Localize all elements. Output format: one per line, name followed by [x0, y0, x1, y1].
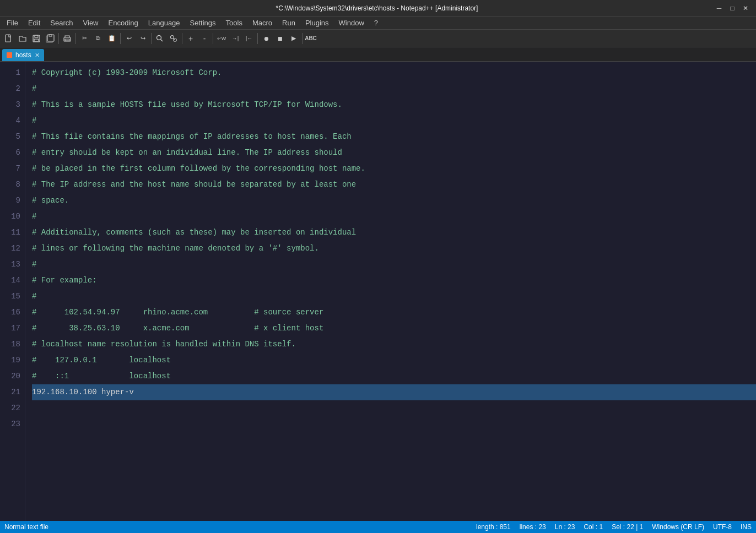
line-number-8: 8: [3, 177, 20, 193]
line-number-19: 19: [3, 352, 20, 368]
toolbar-redo[interactable]: ↪: [136, 32, 149, 45]
toolbar-replace[interactable]: [167, 32, 180, 45]
svg-rect-3: [34, 39, 39, 41]
title-bar-controls[interactable]: ─ □ ✕: [713, 2, 752, 14]
svg-rect-0: [6, 35, 10, 42]
menu-item-?[interactable]: ?: [370, 18, 382, 28]
line-number-4: 4: [3, 113, 20, 129]
status-lines: lines : 23: [520, 523, 546, 531]
tab-icon: [7, 52, 12, 58]
toolbar-sep-4: [151, 33, 152, 44]
menu-item-macro[interactable]: Macro: [248, 18, 277, 28]
svg-rect-8: [65, 39, 69, 41]
menu-item-encoding[interactable]: Encoding: [104, 18, 143, 28]
menu-bar: FileEditSearchViewEncodingLanguageSettin…: [0, 17, 756, 30]
menu-item-edit[interactable]: Edit: [24, 18, 45, 28]
line-number-11: 11: [3, 225, 20, 241]
menu-item-settings[interactable]: Settings: [186, 18, 220, 28]
line-number-16: 16: [3, 304, 20, 320]
status-right: length : 851 lines : 23 Ln : 23 Col : 1 …: [476, 523, 752, 531]
toolbar-macro-rec[interactable]: ⏺: [260, 32, 273, 45]
tab-hosts[interactable]: hosts ✕: [2, 49, 44, 61]
code-line-9: # space.: [32, 193, 756, 209]
toolbar-wrap[interactable]: ↵W: [215, 32, 228, 45]
line-number-1: 1: [3, 65, 20, 81]
status-sel: Sel : 22 | 1: [612, 523, 643, 531]
menu-item-language[interactable]: Language: [144, 18, 185, 28]
svg-rect-5: [47, 35, 54, 41]
toolbar-spell[interactable]: ABC: [304, 32, 317, 45]
toolbar-sep-1: [58, 33, 59, 44]
line-number-17: 17: [3, 320, 20, 336]
toolbar-sep-6: [213, 33, 213, 44]
toolbar: ✂ ⧉ 📋 ↩ ↪ + - ↵W →| |← ⏺ ⏹ ▶ ABC: [0, 30, 756, 47]
toolbar-paste[interactable]: 📋: [105, 32, 118, 45]
toolbar-find[interactable]: [153, 32, 166, 45]
line-number-10: 10: [3, 209, 20, 225]
tab-bar: hosts ✕: [0, 47, 756, 62]
toolbar-zoom-in[interactable]: +: [184, 32, 197, 45]
line-number-3: 3: [3, 97, 20, 113]
toolbar-save[interactable]: [30, 32, 43, 45]
toolbar-sep-2: [75, 33, 76, 44]
toolbar-zoom-out[interactable]: -: [198, 32, 211, 45]
toolbar-saveall[interactable]: [44, 32, 57, 45]
title-bar: *C:\Windows\System32\drivers\etc\hosts -…: [0, 0, 756, 17]
status-lineending: Windows (CR LF): [652, 523, 704, 531]
minimize-button[interactable]: ─: [713, 2, 725, 14]
status-position: Ln : 23: [555, 523, 575, 531]
status-bar: Normal text file length : 851 lines : 23…: [0, 521, 756, 533]
status-filetype: Normal text file: [4, 523, 48, 531]
editor[interactable]: 1234567891011121314151617181920212223 # …: [0, 62, 756, 521]
line-number-6: 6: [3, 145, 20, 161]
code-line-13: #: [32, 257, 756, 273]
code-line-14: # For example:: [32, 273, 756, 289]
code-line-11: # Additionally, comments (such as these)…: [32, 225, 756, 241]
toolbar-unindent[interactable]: |←: [242, 32, 256, 45]
toolbar-copy[interactable]: ⧉: [91, 32, 105, 45]
menu-item-run[interactable]: Run: [278, 18, 300, 28]
status-length: length : 851: [476, 523, 511, 531]
toolbar-sep-7: [257, 33, 258, 44]
menu-item-tools[interactable]: Tools: [222, 18, 247, 28]
code-line-3: # This is a sample HOSTS file used by Mi…: [32, 97, 756, 113]
line-number-22: 22: [3, 400, 20, 416]
toolbar-sep-3: [120, 33, 121, 44]
code-line-12: # lines or following the machine name de…: [32, 241, 756, 257]
title-bar-text: *C:\Windows\System32\drivers\etc\hosts -…: [41, 4, 713, 12]
tab-close-button[interactable]: ✕: [35, 52, 40, 59]
status-mode: INS: [741, 523, 752, 531]
code-line-17: # 38.25.63.10 x.acme.com # x client host: [32, 320, 756, 336]
line-number-14: 14: [3, 273, 20, 289]
code-line-6: # entry should be kept on an individual …: [32, 145, 756, 161]
code-area[interactable]: # Copyright (c) 1993-2009 Microsoft Corp…: [25, 62, 756, 521]
code-line-21: # ::1 localhost: [32, 368, 756, 384]
menu-item-file[interactable]: File: [2, 18, 23, 28]
menu-item-search[interactable]: Search: [46, 18, 77, 28]
toolbar-indent[interactable]: →|: [229, 32, 242, 45]
toolbar-open[interactable]: [16, 32, 29, 45]
menu-item-window[interactable]: Window: [334, 18, 369, 28]
toolbar-new[interactable]: [2, 32, 15, 45]
maximize-button[interactable]: □: [726, 2, 738, 14]
toolbar-undo[interactable]: ↩: [122, 32, 136, 45]
code-line-1: # Copyright (c) 1993-2009 Microsoft Corp…: [32, 65, 756, 81]
toolbar-macro-play[interactable]: ▶: [287, 32, 300, 45]
code-line-2: #: [32, 81, 756, 97]
menu-item-view[interactable]: View: [79, 18, 103, 28]
toolbar-macro-stop[interactable]: ⏹: [273, 32, 287, 45]
toolbar-sep-5: [182, 33, 182, 44]
toolbar-cut[interactable]: ✂: [78, 32, 91, 45]
toolbar-print[interactable]: [61, 32, 74, 45]
svg-rect-2: [35, 35, 38, 37]
svg-point-11: [171, 35, 174, 39]
code-line-16: # 102.54.94.97 rhino.acme.com # source s…: [32, 304, 756, 320]
line-number-13: 13: [3, 257, 20, 273]
code-line-19: # localhost name resolution is handled w…: [32, 336, 756, 352]
line-number-20: 20: [3, 368, 20, 384]
close-button[interactable]: ✕: [739, 2, 752, 14]
menu-item-plugins[interactable]: Plugins: [301, 18, 333, 28]
line-number-9: 9: [3, 193, 20, 209]
code-line-20: # 127.0.0.1 localhost: [32, 352, 756, 368]
code-line-4: #: [32, 113, 756, 129]
